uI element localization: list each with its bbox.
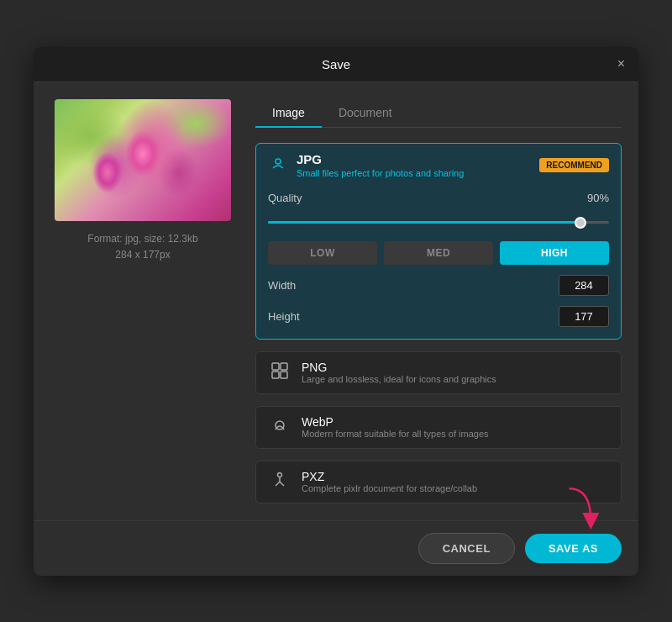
png-format-option[interactable]: PNG Large and lossless, ideal for icons … [255, 351, 622, 394]
dialog-body: Format: jpg, size: 12.3kb 284 x 177px Im… [34, 82, 638, 520]
slider-thumb [575, 217, 586, 229]
pxz-info: PXZ Complete pixlr document for storage/… [302, 470, 477, 493]
quality-slider[interactable] [268, 214, 609, 231]
format-tabs: Image Document [255, 99, 622, 128]
quality-high-button[interactable]: HIGH [500, 241, 609, 265]
quality-med-button[interactable]: MED [384, 241, 493, 265]
png-icon [268, 361, 291, 385]
quality-value: 90% [587, 192, 609, 204]
tab-image[interactable]: Image [255, 99, 322, 128]
pxz-name: PXZ [302, 470, 477, 483]
slider-track [268, 221, 609, 224]
svg-rect-3 [272, 372, 279, 378]
cancel-button[interactable]: CANCEL [418, 533, 515, 564]
dimensions-info-text: 284 x 177px [87, 247, 197, 263]
image-preview [55, 99, 231, 221]
svg-line-8 [276, 482, 280, 486]
width-row: Width [268, 275, 609, 296]
left-panel: Format: jpg, size: 12.3kb 284 x 177px [50, 99, 235, 503]
quality-buttons: LOW MED HIGH [268, 241, 609, 265]
webp-desc: Modern format suitable for all types of … [302, 429, 489, 439]
svg-point-0 [276, 159, 281, 164]
webp-name: WebP [302, 415, 489, 429]
jpg-format-card[interactable]: JPG Small files perfect for photos and s… [255, 143, 622, 340]
webp-info: WebP Modern format suitable for all type… [302, 415, 489, 439]
png-name: PNG [302, 361, 496, 374]
file-info: Format: jpg, size: 12.3kb 284 x 177px [87, 231, 197, 263]
jpg-card-header: JPG Small files perfect for photos and s… [256, 144, 621, 183]
jpg-card-left: JPG Small files perfect for photos and s… [268, 152, 464, 178]
save-as-button[interactable]: SAVE AS [525, 534, 622, 563]
format-info-text: Format: jpg, size: 12.3kb [87, 231, 197, 247]
svg-rect-4 [281, 372, 287, 378]
dialog-footer: CANCEL SAVE AS [34, 520, 638, 576]
pxz-icon [268, 470, 291, 494]
right-panel: Image Document JPG [255, 99, 622, 503]
save-dialog: Save × Format: jpg, size: 12.3kb 284 x 1… [34, 47, 638, 576]
webp-icon [268, 415, 291, 440]
width-label: Width [268, 279, 296, 292]
quality-low-button[interactable]: LOW [268, 241, 377, 265]
jpg-icon [268, 155, 288, 176]
jpg-description: Small files perfect for photos and shari… [297, 168, 464, 178]
height-label: Height [268, 310, 300, 323]
tab-document[interactable]: Document [322, 99, 409, 128]
pxz-desc: Complete pixlr document for storage/coll… [302, 483, 477, 493]
dialog-title: Save [322, 57, 350, 71]
height-input[interactable] [559, 306, 609, 327]
jpg-card-body: Quality 90% LOW MED HIGH [256, 183, 621, 339]
height-row: Height [268, 306, 609, 327]
close-button[interactable]: × [617, 57, 625, 71]
png-info: PNG Large and lossless, ideal for icons … [302, 361, 496, 384]
svg-point-6 [278, 472, 282, 477]
slider-fill [268, 221, 575, 224]
svg-rect-2 [281, 363, 287, 370]
quality-row: Quality 90% [268, 192, 609, 204]
pxz-format-option[interactable]: PXZ Complete pixlr document for storage/… [255, 461, 622, 503]
jpg-name: JPG [297, 152, 464, 166]
jpg-format-info: JPG Small files perfect for photos and s… [297, 152, 464, 178]
webp-format-option[interactable]: WebP Modern format suitable for all type… [255, 406, 622, 449]
png-desc: Large and lossless, ideal for icons and … [302, 374, 496, 384]
svg-line-9 [280, 482, 284, 486]
width-input[interactable] [559, 275, 609, 296]
quality-label: Quality [268, 192, 302, 204]
svg-rect-1 [272, 363, 279, 370]
dialog-header: Save × [34, 47, 638, 82]
recommend-badge: Recommend [539, 158, 609, 172]
